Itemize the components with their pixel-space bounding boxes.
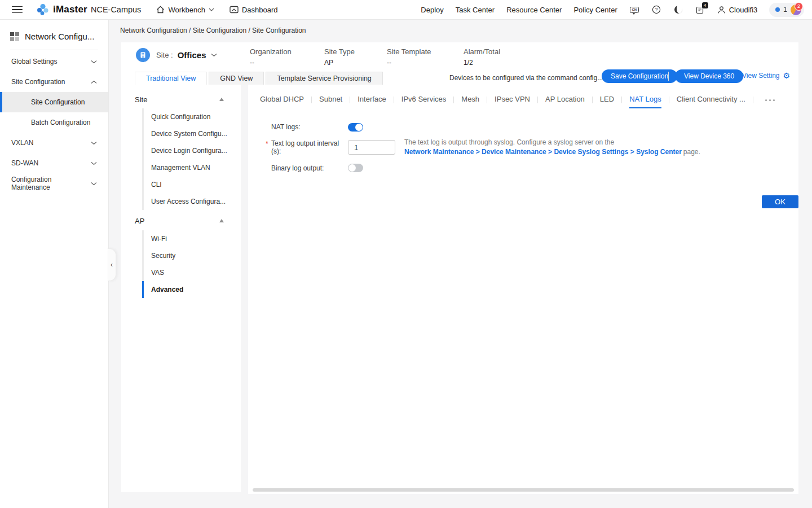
tree-group-ap-items: Wi-Fi Security VAS Advanced	[142, 230, 241, 298]
sidebar-item-label: Batch Configuration	[31, 119, 90, 126]
nat-logs-toggle[interactable]	[348, 123, 363, 132]
tab-ipsec-vpn[interactable]: IPsec VPN	[495, 95, 530, 107]
sidebar-item-site-configuration[interactable]: Site Configuration	[0, 92, 108, 112]
field-value: --	[387, 59, 431, 67]
tab-mesh[interactable]: Mesh	[461, 95, 479, 107]
tab-separator	[311, 97, 312, 103]
tab-separator	[753, 97, 753, 103]
form-row-interval: Text log output interval (s): The text l…	[248, 138, 798, 157]
tab-template-service-provisioning[interactable]: Template Service Provisioning	[266, 72, 382, 85]
help-icon[interactable]: ?	[651, 5, 661, 15]
syslog-center-link[interactable]: Network Maintenance > Device Maintenance…	[404, 148, 682, 156]
nav-resource-center[interactable]: Resource Center	[506, 6, 562, 14]
tab-traditional-view[interactable]: Traditional View	[135, 72, 207, 85]
gear-icon: ⚙	[783, 72, 791, 80]
more-tabs-icon[interactable]	[765, 99, 775, 101]
tree-group-site: Site Quick Configuration Device System C…	[121, 90, 241, 210]
interval-label: Text log output interval (s):	[271, 139, 348, 155]
alarm-status-pill[interactable]: 1 2	[769, 3, 804, 17]
sidebar-item-configuration-maintenance[interactable]: Configuration Maintenance	[0, 173, 108, 194]
sidebar-title-label: Network Configu...	[25, 32, 94, 41]
tab-client-connectivity[interactable]: Client Connectivity ...	[677, 95, 745, 107]
tree-item-device-login-configuration[interactable]: Device Login Configura...	[142, 142, 241, 159]
dashboard-label: Dashboard	[242, 6, 278, 14]
tab-ipv6-services[interactable]: IPv6 Services	[401, 95, 446, 107]
chevron-down-icon[interactable]	[211, 53, 217, 57]
tab-separator	[621, 97, 622, 103]
field-label: Site Type	[324, 47, 355, 56]
dashboard-menu[interactable]: Dashboard	[230, 6, 278, 14]
sidebar-item-batch-configuration[interactable]: Batch Configuration	[0, 112, 108, 133]
nav-policy-center[interactable]: Policy Center	[573, 6, 617, 14]
sidebar-item-vxlan[interactable]: VXLAN	[0, 133, 108, 153]
language-icon[interactable]: CN	[629, 5, 639, 15]
left-sidebar: Network Configu... Global Settings Site …	[0, 20, 109, 508]
sidebar-menu: Global Settings Site Configuration Site …	[0, 51, 108, 194]
site-name: Offices	[178, 50, 206, 60]
tree-item-quick-configuration[interactable]: Quick Configuration	[142, 108, 241, 125]
tab-ap-location[interactable]: AP Location	[545, 95, 585, 107]
tree-item-device-system-configuration[interactable]: Device System Configu...	[142, 125, 241, 142]
tree-item-security[interactable]: Security	[142, 247, 241, 264]
chevron-up-icon	[91, 80, 97, 84]
workbench-menu[interactable]: Workbench	[156, 6, 214, 14]
binary-log-toggle[interactable]	[348, 164, 363, 172]
sidebar-item-label: Global Settings	[11, 58, 57, 65]
field-label: Organization	[250, 47, 292, 56]
sidebar-item-global-settings[interactable]: Global Settings	[0, 51, 108, 72]
tree-item-wifi[interactable]: Wi-Fi	[142, 230, 241, 247]
tree-item-user-access-configuration[interactable]: User Access Configura...	[142, 193, 241, 210]
tab-gnd-view[interactable]: GND View	[209, 72, 264, 85]
username: Cloudifi3	[729, 6, 758, 14]
view-setting-label: View Setting	[742, 72, 780, 80]
view-setting-link[interactable]: View Setting ⚙	[742, 72, 790, 80]
tab-led[interactable]: LED	[600, 95, 614, 107]
sidebar-item-site-configuration-group[interactable]: Site Configuration	[0, 72, 108, 92]
alarm-count: 1	[783, 6, 787, 14]
nat-logs-form: NAT logs: Text log output interval (s): …	[248, 117, 798, 179]
nat-logs-label: NAT logs:	[271, 123, 348, 131]
dark-mode-icon[interactable]	[673, 5, 683, 15]
app-logo[interactable]: iMaster NCE-Campus	[36, 3, 141, 16]
sidebar-collapse-handle[interactable]: ‹	[108, 248, 116, 281]
binary-log-label: Binary log output:	[271, 164, 348, 172]
logo-pinwheel-icon	[36, 3, 49, 16]
product-package-icon[interactable]: 4	[695, 5, 705, 15]
tab-nat-logs[interactable]: NAT Logs	[629, 95, 661, 108]
tree-item-advanced[interactable]: Advanced	[142, 281, 241, 298]
top-bar: iMaster NCE-Campus Workbench Dashboard	[0, 0, 812, 20]
brand-name: iMaster	[53, 4, 87, 15]
nav-deploy[interactable]: Deploy	[421, 6, 443, 14]
interval-input[interactable]	[348, 140, 395, 155]
interval-help: The text log is output through syslog. C…	[404, 138, 700, 157]
help-suffix: page.	[683, 148, 700, 156]
tab-separator	[453, 97, 454, 103]
notification-wheel-icon[interactable]: 2	[791, 5, 801, 15]
tab-global-dhcp[interactable]: Global DHCP	[260, 95, 304, 107]
settings-tabs: Global DHCP Subnet Interface IPv6 Servic…	[260, 95, 761, 108]
button-divider	[668, 72, 669, 81]
devices-notice-text: Devices to be configured via the command…	[449, 74, 603, 82]
tree-item-cli[interactable]: CLI	[142, 176, 241, 193]
tree-group-ap-header[interactable]: AP	[121, 211, 241, 230]
site-selector[interactable]: Site : Offices	[136, 48, 217, 62]
horizontal-scrollbar[interactable]	[253, 488, 794, 492]
product-name: NCE-Campus	[91, 5, 141, 14]
tree-item-management-vlan[interactable]: Management VLAN	[142, 159, 241, 176]
tab-separator	[537, 97, 538, 103]
user-menu[interactable]: Cloudifi3	[717, 6, 758, 14]
tab-subnet[interactable]: Subnet	[319, 95, 342, 107]
tree-group-site-header[interactable]: Site	[121, 90, 241, 108]
hamburger-menu-icon[interactable]	[12, 6, 23, 14]
tab-interface[interactable]: Interface	[358, 95, 386, 107]
chevron-down-icon	[91, 141, 97, 145]
nav-task-center[interactable]: Task Center	[456, 6, 495, 14]
ok-button[interactable]: OK	[762, 195, 798, 208]
view-device-360-button[interactable]: View Device 360	[675, 69, 743, 83]
save-configuration-button[interactable]: Save Configuration	[602, 69, 677, 83]
sidebar-item-sd-wan[interactable]: SD-WAN	[0, 153, 108, 173]
notification-badge: 2	[795, 2, 803, 11]
package-badge: 4	[702, 2, 708, 8]
tree-item-vas[interactable]: VAS	[142, 264, 241, 281]
workbench-label: Workbench	[168, 6, 205, 14]
